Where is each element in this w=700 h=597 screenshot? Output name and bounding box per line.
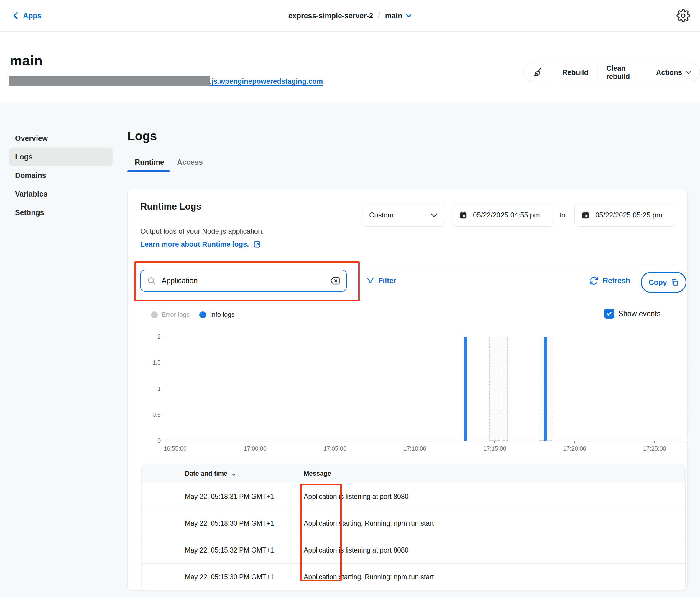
table-row: May 22, 05:15:32 PM GMT+1Application is … xyxy=(142,537,685,564)
calendar-icon xyxy=(581,211,590,219)
rebuild-button[interactable]: Rebuild xyxy=(553,63,597,82)
app-environment-logs-page: Apps express-simple-server-2 / main main… xyxy=(0,0,700,597)
panel-title: Runtime Logs xyxy=(140,201,201,212)
sidebar-item-overview[interactable]: Overview xyxy=(9,129,112,147)
environment-url-text: .js.wpenginepoweredstaging.com xyxy=(210,77,323,85)
x-axis-tick xyxy=(255,441,255,443)
gridline xyxy=(166,363,687,363)
log-search-box xyxy=(140,269,347,292)
search-icon xyxy=(147,276,156,286)
x-axis-tick-label: 17:05:00 xyxy=(314,445,356,452)
show-events-toggle[interactable]: Show events xyxy=(604,309,660,318)
log-message: Application starting. Running: npm run s… xyxy=(304,519,434,527)
log-count-bar xyxy=(464,337,467,441)
chevron-down-icon xyxy=(430,213,438,217)
external-link-icon xyxy=(253,240,261,249)
toolbar-divider xyxy=(140,265,675,265)
broom-icon xyxy=(532,67,544,78)
legend-error-logs: Error logs xyxy=(151,311,190,318)
chevron-down-icon xyxy=(685,71,691,74)
clean-rebuild-button[interactable]: Clean rebuild xyxy=(597,63,647,82)
x-axis-tick-label: 16:55:00 xyxy=(154,445,196,452)
date-to-value: 05/22/2025 05:25 pm xyxy=(595,211,662,219)
filter-button[interactable]: Filter xyxy=(366,269,396,292)
column-header-date-and-time[interactable]: Date and time xyxy=(185,470,238,477)
x-axis-tick xyxy=(415,441,415,443)
x-axis-tick xyxy=(175,441,175,443)
filter-label: Filter xyxy=(378,277,396,285)
copy-icon xyxy=(671,278,679,286)
learn-more-label: Learn more about Runtime logs. xyxy=(140,240,249,249)
date-range-to-label: to xyxy=(559,204,565,227)
learn-more-link[interactable]: Learn more about Runtime logs. xyxy=(140,240,261,249)
time-range-value: Custom xyxy=(369,211,394,219)
legend-info-logs: Info logs xyxy=(199,311,234,318)
x-axis-tick-label: 17:20:00 xyxy=(554,445,595,452)
breadcrumb-environment: main xyxy=(385,11,402,20)
purge-cache-button[interactable] xyxy=(524,63,553,82)
date-to-picker[interactable]: 05/22/2025 05:25 pm xyxy=(574,204,676,227)
clear-input-icon[interactable] xyxy=(330,276,340,286)
table-row: May 22, 05:18:30 PM GMT+1Application sta… xyxy=(142,510,685,537)
date-column-label: Date and time xyxy=(185,470,227,477)
error-logs-dot xyxy=(151,311,158,318)
tab-access[interactable]: Access xyxy=(177,153,203,171)
active-tab-underline xyxy=(127,170,170,172)
environment-switcher[interactable]: main xyxy=(385,11,411,20)
logs-tabs: Runtime Access xyxy=(127,153,687,173)
chart-legend: Error logs Info logs xyxy=(151,309,245,320)
tab-runtime[interactable]: Runtime xyxy=(135,153,164,171)
log-datetime: May 22, 05:18:31 PM GMT+1 xyxy=(185,493,294,501)
copy-logs-button[interactable]: Copy xyxy=(641,272,686,293)
log-table: Date and time Message May 22, 05:18:31 P… xyxy=(141,464,685,591)
log-message: Application starting. Running: npm run s… xyxy=(304,573,434,581)
runtime-logs-panel: Runtime Logs Output logs of your Node.js… xyxy=(127,189,688,591)
redaction-overlay xyxy=(9,76,210,86)
log-frequency-chart: 00.511.5216:55:0017:00:0017:05:0017:10:0… xyxy=(166,337,687,441)
sidebar-item-domains[interactable]: Domains xyxy=(9,166,112,184)
date-from-picker[interactable]: 05/22/2025 04:55 pm xyxy=(452,204,554,227)
y-axis-tick-label: 0 xyxy=(140,437,161,444)
breadcrumb-separator: / xyxy=(378,10,380,20)
x-axis-tick xyxy=(654,441,655,443)
error-logs-label: Error logs xyxy=(161,311,190,318)
show-events-checkbox[interactable] xyxy=(604,309,614,318)
y-axis-tick-label: 0.5 xyxy=(140,411,161,418)
log-message: Application is listening at port 8080 xyxy=(304,493,408,501)
sidebar-item-settings[interactable]: Settings xyxy=(9,203,112,222)
calendar-icon xyxy=(459,211,468,219)
log-table-header: Date and time Message xyxy=(142,464,685,483)
x-axis-tick-label: 17:15:00 xyxy=(474,445,516,452)
search-input[interactable] xyxy=(161,276,325,285)
environment-sidebar: OverviewLogsDomainsVariablesSettings xyxy=(9,129,112,222)
x-axis-tick-label: 17:25:00 xyxy=(634,445,675,452)
column-header-message: Message xyxy=(304,470,331,477)
x-axis xyxy=(166,441,687,441)
logs-page-title: Logs xyxy=(127,129,157,143)
x-axis-tick-label: 17:10:00 xyxy=(394,445,435,452)
check-icon xyxy=(606,310,613,317)
filter-icon xyxy=(366,277,375,285)
y-axis-tick-label: 1 xyxy=(140,385,161,392)
x-axis-tick xyxy=(335,441,335,443)
table-row: May 22, 05:18:31 PM GMT+1Application is … xyxy=(142,483,685,510)
sidebar-item-variables[interactable]: Variables xyxy=(9,185,112,203)
actions-label: Actions xyxy=(656,68,682,77)
environment-url-link[interactable]: .js.wpenginepoweredstaging.com xyxy=(10,77,323,85)
info-logs-dot xyxy=(199,311,206,318)
event-window-marker xyxy=(490,337,500,441)
actions-dropdown-button[interactable]: Actions xyxy=(647,63,700,82)
log-datetime: May 22, 05:15:30 PM GMT+1 xyxy=(185,573,294,581)
log-table-body: May 22, 05:18:31 PM GMT+1Application is … xyxy=(142,483,685,590)
x-axis-tick xyxy=(495,441,495,443)
time-range-select[interactable]: Custom xyxy=(362,204,445,227)
environment-actions-group: Rebuild Clean rebuild Actions xyxy=(523,63,700,82)
table-row: May 22, 05:15:30 PM GMT+1Application sta… xyxy=(142,564,685,590)
settings-gear-button[interactable] xyxy=(676,9,690,22)
sidebar-item-logs[interactable]: Logs xyxy=(9,148,112,166)
page-title: main xyxy=(10,52,43,69)
gridline xyxy=(166,337,687,337)
gridline xyxy=(166,389,687,389)
refresh-button[interactable]: Refresh xyxy=(589,269,630,292)
copy-label: Copy xyxy=(648,278,667,287)
